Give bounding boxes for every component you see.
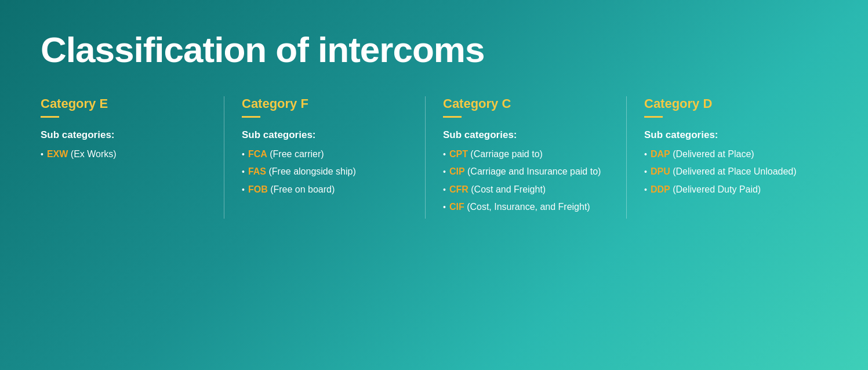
item-text: CPT (Carriage paid to)	[449, 148, 543, 161]
item-desc: (Carriage and Insurance paid to)	[467, 166, 601, 176]
item-code: DDP	[651, 184, 670, 194]
categories-row: Category E Sub categories: • EXW (Ex Wor…	[41, 96, 827, 219]
item-desc: (Free alongside ship)	[268, 166, 355, 176]
category-e-underline	[41, 116, 59, 118]
category-e-sub-label: Sub categories:	[41, 129, 206, 141]
item-text: EXW (Ex Works)	[47, 148, 117, 161]
item-text: DPU (Delivered at Place Unloaded)	[651, 165, 797, 178]
item-desc: (Ex Works)	[71, 149, 117, 159]
item-desc: (Carriage paid to)	[470, 149, 543, 159]
page-title: Classification of intercoms	[41, 29, 827, 70]
list-item: • FAS (Free alongside ship)	[242, 165, 408, 178]
item-desc: (Cost, Insurance, and Freight)	[467, 202, 590, 212]
item-text: DDP (Delivered Duty Paid)	[651, 183, 761, 196]
bullet-icon: •	[443, 184, 446, 196]
item-code: CPT	[449, 149, 468, 159]
list-item: • DDP (Delivered Duty Paid)	[644, 183, 810, 196]
item-text: FOB (Free on board)	[248, 183, 335, 196]
item-code: FAS	[248, 166, 266, 176]
item-code: FOB	[248, 184, 268, 194]
category-d-list: • DAP (Delivered at Place) • DPU (Delive…	[644, 148, 810, 196]
item-desc: (Free on board)	[270, 184, 335, 194]
list-item: • FOB (Free on board)	[242, 183, 408, 196]
list-item: • EXW (Ex Works)	[41, 148, 206, 161]
bullet-icon: •	[443, 166, 446, 178]
category-e-heading: Category E	[41, 96, 206, 111]
list-item: • CPT (Carriage paid to)	[443, 148, 609, 161]
item-text: FCA (Free carrier)	[248, 148, 324, 161]
category-col-d: Category D Sub categories: • DAP (Delive…	[626, 96, 827, 219]
item-text: CIP (Carriage and Insurance paid to)	[449, 165, 601, 178]
list-item: • CIF (Cost, Insurance, and Freight)	[443, 201, 609, 213]
category-f-heading: Category F	[242, 96, 408, 111]
item-code: CIP	[449, 166, 465, 176]
category-f-sub-label: Sub categories:	[242, 129, 408, 141]
category-col-c: Category C Sub categories: • CPT (Carria…	[425, 96, 626, 219]
category-e-list: • EXW (Ex Works)	[41, 148, 206, 161]
item-code: DAP	[651, 149, 670, 159]
bullet-icon: •	[242, 166, 245, 178]
item-code: CFR	[449, 184, 468, 194]
list-item: • CFR (Cost and Freight)	[443, 183, 609, 196]
item-desc: (Delivered at Place)	[673, 149, 754, 159]
item-code: DPU	[651, 166, 670, 176]
item-text: CFR (Cost and Freight)	[449, 183, 546, 196]
item-code: FCA	[248, 149, 267, 159]
category-f-list: • FCA (Free carrier) • FAS (Free alongsi…	[242, 148, 408, 196]
bullet-icon: •	[644, 166, 647, 178]
item-desc: (Delivered Duty Paid)	[673, 184, 761, 194]
category-f-underline	[242, 116, 260, 118]
item-text: DAP (Delivered at Place)	[651, 148, 754, 161]
bullet-icon: •	[443, 149, 446, 161]
list-item: • CIP (Carriage and Insurance paid to)	[443, 165, 609, 178]
bullet-icon: •	[242, 184, 245, 196]
category-d-underline	[644, 116, 663, 118]
bullet-icon: •	[443, 202, 446, 213]
item-desc: (Free carrier)	[270, 149, 324, 159]
item-code: CIF	[449, 202, 464, 212]
list-item: • DPU (Delivered at Place Unloaded)	[644, 165, 810, 178]
bullet-icon: •	[242, 149, 245, 161]
category-d-heading: Category D	[644, 96, 810, 111]
item-code: EXW	[47, 149, 68, 159]
category-c-heading: Category C	[443, 96, 609, 111]
category-c-list: • CPT (Carriage paid to) • CIP (Carriage…	[443, 148, 609, 214]
item-desc: (Cost and Freight)	[471, 184, 546, 194]
bullet-icon: •	[41, 149, 43, 161]
item-desc: (Delivered at Place Unloaded)	[673, 166, 796, 176]
list-item: • FCA (Free carrier)	[242, 148, 408, 161]
category-c-underline	[443, 116, 462, 118]
category-col-e: Category E Sub categories: • EXW (Ex Wor…	[41, 96, 224, 219]
list-item: • DAP (Delivered at Place)	[644, 148, 810, 161]
bullet-icon: •	[644, 184, 647, 196]
item-text: CIF (Cost, Insurance, and Freight)	[449, 201, 590, 213]
category-d-sub-label: Sub categories:	[644, 129, 810, 141]
item-text: FAS (Free alongside ship)	[248, 165, 356, 178]
page-container: Classification of intercoms Category E S…	[0, 0, 868, 370]
category-col-f: Category F Sub categories: • FCA (Free c…	[224, 96, 425, 219]
category-c-sub-label: Sub categories:	[443, 129, 609, 141]
bullet-icon: •	[644, 149, 647, 161]
